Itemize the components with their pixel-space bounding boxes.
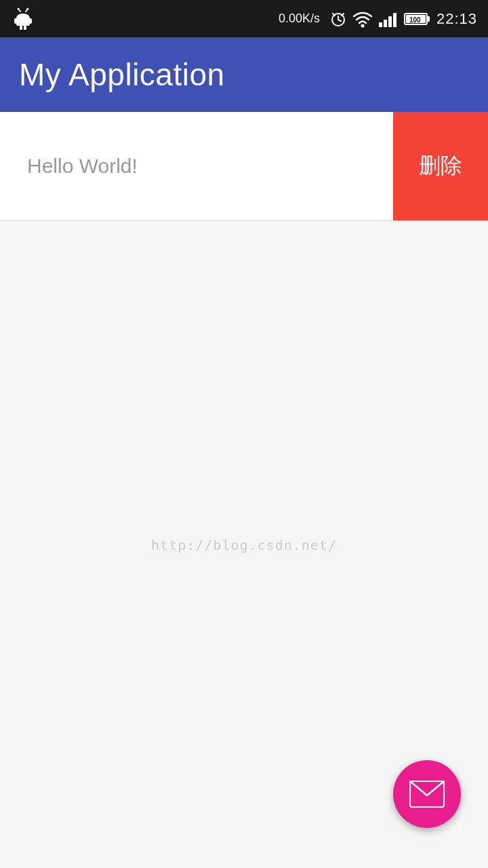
main-content: http://blog.csdn.net/ [0,221,488,868]
svg-rect-18 [388,16,392,27]
list-item-text: Hello World! [27,155,138,178]
status-bar: 0.00K/s 100 22:13 [0,0,488,37]
signal-icon [378,10,399,28]
status-bar-left [11,7,35,31]
app-title: My Application [19,56,225,93]
svg-point-15 [361,24,364,27]
status-time: 22:13 [436,10,477,28]
android-icon [11,7,35,31]
battery-icon: 100 [404,12,431,26]
wifi-icon [352,10,373,28]
svg-rect-2 [14,18,17,24]
svg-point-8 [18,7,20,9]
app-bar: My Application [0,37,488,112]
svg-text:100: 100 [409,16,421,24]
delete-button[interactable]: 删除 [393,112,488,220]
status-bar-right: 0.00K/s 100 22:13 [279,10,477,28]
svg-rect-19 [393,13,396,27]
svg-rect-21 [427,16,430,22]
svg-rect-17 [384,20,387,27]
svg-line-12 [338,20,341,21]
svg-rect-16 [379,22,382,27]
delete-button-label: 删除 [419,151,462,181]
envelope-icon [409,781,445,808]
svg-rect-4 [20,26,22,30]
list-area: Hello World! 删除 [0,112,488,221]
list-item-content[interactable]: Hello World! [0,112,393,220]
list-item-row: Hello World! 删除 [0,112,488,220]
alarm-icon [329,10,347,28]
watermark-text: http://blog.csdn.net/ [151,537,337,553]
network-speed: 0.00K/s [279,12,320,26]
svg-point-9 [27,7,29,9]
fab-button[interactable] [393,760,461,828]
svg-rect-5 [24,26,26,30]
svg-rect-3 [29,18,32,24]
